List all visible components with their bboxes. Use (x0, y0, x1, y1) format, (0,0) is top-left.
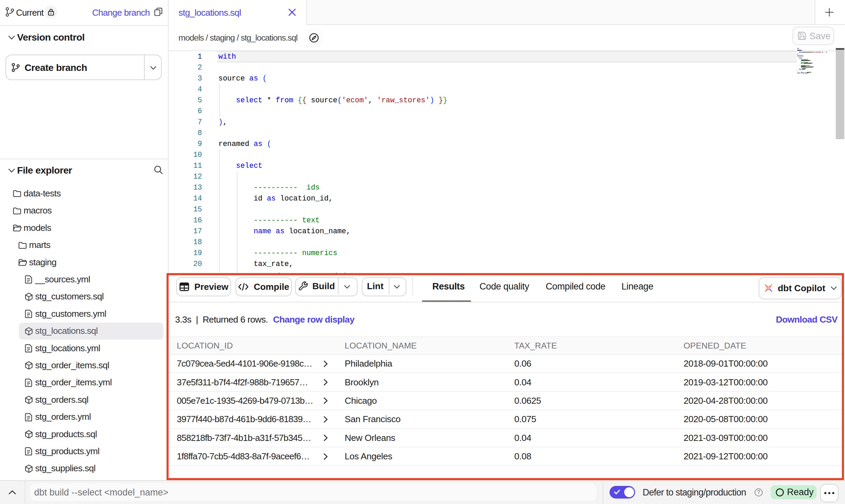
svg-text:?: ? (757, 489, 760, 495)
